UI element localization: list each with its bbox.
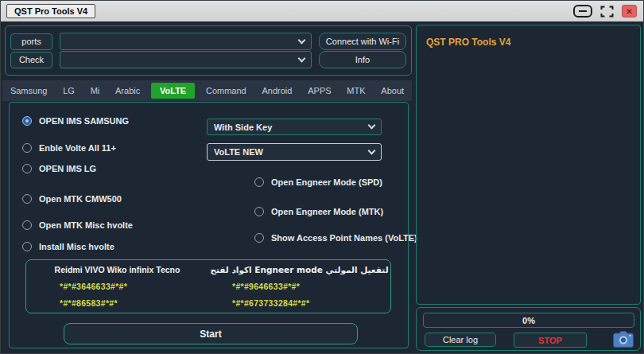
log-output-panel: QST PRO Tools V4 bbox=[416, 25, 641, 305]
dial-code: *#*#9646633#*#* bbox=[208, 282, 390, 291]
volte-mode-select-value: VoLTE NEW bbox=[214, 147, 369, 157]
chevron-down-icon bbox=[298, 36, 306, 44]
tab-about[interactable]: About bbox=[376, 83, 409, 99]
radio-open-mtk-cmw500[interactable]: Open MTK CMW500 bbox=[22, 194, 122, 204]
ports-button[interactable]: ports bbox=[10, 33, 52, 50]
codes-column-engineer: اكواد لفتح Engneer mode لتفعيل المولتي *… bbox=[208, 265, 390, 313]
codes-brands-header: Reidmi VIVO Wiko infinix Tecno bbox=[26, 265, 208, 274]
radio-engineer-mode-mtk[interactable]: Open Engneer Mode (MTK) bbox=[254, 207, 383, 216]
screenshot-button[interactable] bbox=[612, 329, 634, 348]
radio-icon bbox=[22, 164, 32, 173]
chevron-down-icon bbox=[298, 54, 306, 62]
start-button[interactable]: Start bbox=[64, 323, 358, 344]
stop-button[interactable]: STOP bbox=[514, 333, 587, 348]
check-button[interactable]: Check bbox=[10, 52, 52, 68]
tab-bar: Samsung LG Mi Arabic VoLTE Command Andro… bbox=[2, 80, 412, 101]
tab-samsung[interactable]: Samsung bbox=[6, 83, 52, 99]
radio-install-misc-hvolte[interactable]: Install Misc hvolte bbox=[22, 242, 114, 251]
radio-engineer-mode-spd[interactable]: Open Engneer Mode (SPD) bbox=[254, 177, 382, 187]
progress-value: 0% bbox=[522, 316, 535, 325]
radio-icon bbox=[254, 233, 264, 243]
titlebar: QST Pro Tools V4 ✕ bbox=[1, 1, 643, 21]
info-button[interactable]: Info bbox=[319, 51, 406, 68]
minimize-icon bbox=[579, 10, 587, 12]
radio-show-apn-volte[interactable]: Show Access Point Names (VoLTE) bbox=[254, 233, 417, 243]
progress-bar: 0% bbox=[423, 313, 634, 328]
ports-row: ports Connect with Wi-Fi bbox=[10, 33, 406, 50]
dial-codes-box: Reidmi VIVO Wiko infinix Tecno *#*#36466… bbox=[25, 259, 391, 313]
check-row: Check Info bbox=[10, 51, 406, 68]
radio-icon bbox=[254, 207, 264, 216]
tab-android[interactable]: Android bbox=[258, 83, 297, 99]
radio-icon bbox=[22, 242, 32, 251]
fullscreen-icon bbox=[600, 6, 614, 18]
volte-tab-panel: OPEN IMS SAMSUNG Enble Volte All 11+ OPE… bbox=[9, 102, 409, 348]
tab-lg[interactable]: LG bbox=[58, 83, 80, 99]
connection-panel: ports Connect with Wi-Fi Check Info bbox=[5, 25, 412, 76]
log-brand-title: QST PRO Tools V4 bbox=[426, 37, 630, 48]
clear-log-button[interactable]: Clear log bbox=[425, 333, 496, 347]
radio-enable-volte-all[interactable]: Enble Volte All 11+ bbox=[22, 143, 116, 153]
chevron-down-icon bbox=[368, 146, 376, 154]
tab-command[interactable]: Command bbox=[201, 83, 251, 99]
radio-icon bbox=[22, 220, 32, 230]
dial-code: *#*#3646633#*#* bbox=[26, 282, 208, 291]
window-title: QST Pro Tools V4 bbox=[6, 4, 95, 18]
tab-volte[interactable]: VoLTE bbox=[151, 83, 195, 99]
radio-open-ims-samsung[interactable]: OPEN IMS SAMSUNG bbox=[22, 116, 129, 126]
side-key-select[interactable]: With Side Key bbox=[207, 119, 382, 135]
tab-apps[interactable]: APPS bbox=[303, 83, 336, 99]
tab-mtk[interactable]: MTK bbox=[342, 83, 370, 99]
radio-open-mtk-misc-hvolte[interactable]: Open MTK Misc hvolte bbox=[22, 220, 133, 230]
check-select[interactable] bbox=[60, 51, 312, 68]
camera-icon bbox=[613, 331, 634, 348]
app-window: QST Pro Tools V4 ✕ ports bbox=[0, 0, 644, 354]
dial-code: *#*#673733284#*#* bbox=[208, 298, 390, 308]
dial-code: *#*#86583#*#* bbox=[26, 298, 208, 308]
radio-selected-icon bbox=[22, 116, 32, 126]
close-button[interactable]: ✕ bbox=[622, 5, 637, 18]
maximize-button[interactable] bbox=[600, 6, 614, 18]
tab-mi[interactable]: Mi bbox=[86, 83, 105, 99]
side-key-select-value: With Side Key bbox=[214, 123, 369, 132]
tab-arabic[interactable]: Arabic bbox=[111, 83, 145, 99]
codes-engineer-header: اكواد لفتح Engneer mode لتفعيل المولتي bbox=[208, 265, 390, 274]
close-icon: ✕ bbox=[626, 7, 632, 16]
volte-mode-select[interactable]: VoLTE NEW bbox=[207, 143, 382, 161]
chevron-down-icon bbox=[368, 122, 376, 130]
connect-wifi-button[interactable]: Connect with Wi-Fi bbox=[319, 33, 406, 50]
radio-icon bbox=[22, 194, 32, 204]
footer-panel: 0% Clear log STOP bbox=[416, 307, 641, 351]
window-controls: ✕ bbox=[573, 5, 643, 18]
minimize-button[interactable] bbox=[573, 5, 592, 18]
radio-icon bbox=[254, 177, 264, 187]
radio-icon bbox=[22, 143, 32, 153]
ports-select[interactable] bbox=[60, 33, 312, 50]
radio-open-ims-lg[interactable]: OPEN IMS LG bbox=[22, 164, 96, 173]
codes-column-brands: Reidmi VIVO Wiko infinix Tecno *#*#36466… bbox=[26, 265, 208, 313]
